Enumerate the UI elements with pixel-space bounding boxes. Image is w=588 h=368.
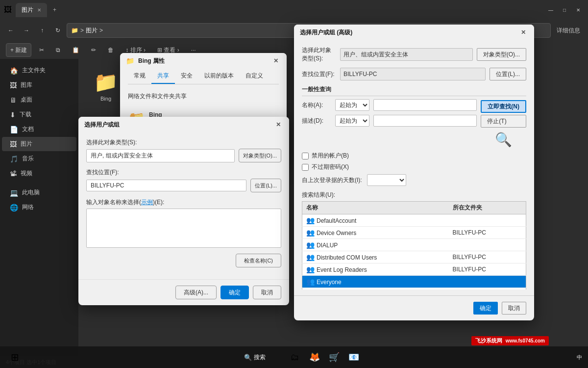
paste-btn[interactable]: 📋 — [68, 43, 83, 57]
delete-btn[interactable]: 🗑 — [104, 43, 118, 57]
tab-add-btn[interactable]: + — [49, 3, 60, 16]
sidebar-item-network[interactable]: 🌐 网络 — [2, 200, 76, 214]
bing-dialog-close-btn[interactable]: ✕ — [271, 56, 281, 66]
table-row[interactable]: 👥Device Owners BILLYFU-PC — [302, 227, 526, 239]
disabled-accounts-checkbox[interactable] — [302, 153, 309, 159]
tab-pictures[interactable]: 图片 ✕ — [16, 3, 47, 17]
adv-cancel-btn[interactable]: 取消 — [502, 302, 526, 315]
find-now-btn[interactable]: 立即查找(N) — [481, 100, 526, 113]
tab-general[interactable]: 常规 — [128, 69, 151, 84]
tab-security[interactable]: 安全 — [175, 69, 198, 84]
adv-obj-type-input[interactable] — [340, 48, 473, 61]
table-row[interactable]: 👥DefaultAccount — [302, 214, 526, 227]
location-row: 查找位置(F): BILLYFU-PC 位置(L)... — [86, 168, 281, 192]
adv-obj-type-btn[interactable]: 对象类型(O)... — [477, 48, 526, 61]
taskbar-browser-btn[interactable]: 🦊 — [306, 348, 323, 366]
sidebar-item-downloads[interactable]: ⬇ 下载 — [2, 107, 76, 122]
adv-location-input[interactable] — [340, 68, 486, 80]
bing-section-title: 网络文件和文件夹共享 — [128, 92, 279, 101]
sidebar-documents-label: 文档 — [22, 125, 34, 133]
sidebar-item-gallery[interactable]: 🖼 图库 — [2, 78, 76, 92]
up-btn[interactable]: ↑ — [35, 24, 49, 37]
path-icon: 📁 — [71, 27, 78, 34]
back-btn[interactable]: ← — [4, 24, 18, 37]
start-icon: ⊞ — [11, 351, 19, 363]
watermark: 飞沙系统网 www.fs0745.com — [471, 336, 549, 345]
watermark-url: www.fs0745.com — [506, 338, 545, 343]
sidebar-item-documents[interactable]: 📄 文档 — [2, 122, 76, 136]
new-btn[interactable]: + 新建 — [6, 43, 31, 57]
new-label: + 新建 — [10, 46, 27, 54]
advanced-dialog-close-btn[interactable]: ✕ — [518, 27, 528, 37]
advanced-btn[interactable]: 高级(A)... — [175, 286, 217, 299]
advanced-select-dialog: 选择用户或组 (高级) ✕ 选择此对象类型(S): 对象类型(O)... 查找位… — [294, 25, 534, 320]
copy-icon: ⧉ — [56, 47, 60, 53]
adv-ok-btn[interactable]: 确定 — [473, 302, 498, 315]
copy-btn[interactable]: ⧉ — [52, 43, 64, 57]
details-btn[interactable]: 详细信息 — [553, 24, 584, 37]
select-user-content: 选择此对象类型(S): 用户, 组或内置安全主体 对象类型(O)... 查找位置… — [78, 132, 289, 279]
close-btn[interactable]: ✕ — [572, 4, 584, 16]
sidebar-item-thispc[interactable]: 💻 此电脑 — [2, 185, 76, 200]
titlebar: 🖼 图片 ✕ + — □ ✕ — [0, 0, 588, 20]
sidebar-pictures-label: 图片 — [21, 140, 32, 148]
location-btn[interactable]: 位置(L)... — [250, 179, 281, 192]
watermark-text: 飞沙系统网 — [475, 338, 502, 343]
name-query-row: 名称(A): 起始为 — [302, 99, 477, 111]
check-names-btn[interactable]: 检查名称(C) — [236, 254, 281, 267]
sidebar-thispc-label: 此电脑 — [22, 188, 40, 197]
taskbar-mail-btn[interactable]: 📧 — [345, 348, 363, 366]
sidebar-item-desktop[interactable]: 🖥 桌面 — [2, 93, 76, 107]
tab-share[interactable]: 共享 — [151, 69, 175, 84]
forward-btn[interactable]: → — [20, 24, 33, 37]
gallery-icon: 🖼 — [10, 81, 17, 89]
desc-query-select[interactable]: 起始为 — [335, 115, 369, 127]
small-cancel-btn[interactable]: 取消 — [253, 286, 281, 299]
name-query-input[interactable] — [373, 99, 477, 111]
taskbar-files-btn[interactable]: 🗂 — [286, 348, 304, 366]
name-query-select[interactable]: 起始为 — [335, 99, 369, 111]
minimize-btn[interactable]: — — [545, 4, 557, 16]
obj-type-value: 用户, 组或内置安全主体 — [86, 149, 235, 162]
small-ok-btn[interactable]: 确定 — [220, 286, 249, 299]
refresh-btn[interactable]: ↻ — [51, 24, 65, 37]
tab-prev-versions[interactable]: 以前的版本 — [198, 69, 240, 84]
rename-btn[interactable]: ✏ — [87, 43, 100, 57]
select-user-close-btn[interactable]: ✕ — [273, 120, 283, 130]
table-row[interactable]: 👥Distributed COM Users BILLYFU-PC — [302, 251, 526, 263]
no-expire-pwd-checkbox[interactable] — [302, 164, 309, 171]
table-row[interactable]: 👥Event Log Readers BILLYFU-PC — [302, 263, 526, 276]
file-item-bing[interactable]: 📁 Bing — [86, 67, 125, 105]
cut-btn[interactable]: ✂ — [35, 43, 48, 57]
taskbar-right: 中 — [577, 354, 582, 361]
tab-custom[interactable]: 自定义 — [240, 69, 269, 84]
sidebar-item-pictures[interactable]: 🖼 图片 — [2, 137, 76, 151]
search-taskbar-btn[interactable]: 🔍 搜索 — [225, 348, 284, 366]
delete-icon: 🗑 — [108, 47, 114, 53]
name-input[interactable] — [86, 209, 281, 248]
sidebar-item-home[interactable]: 🏠 主文件夹 — [2, 63, 76, 78]
maximize-btn[interactable]: □ — [559, 4, 570, 16]
table-row[interactable]: 👥Everyone — [302, 276, 526, 288]
obj-type-btn[interactable]: 对象类型(O)... — [239, 149, 281, 162]
sidebar-home-label: 主文件夹 — [22, 66, 46, 75]
sidebar-item-music[interactable]: 🎵 音乐 — [2, 152, 76, 166]
desc-query-input[interactable] — [373, 115, 477, 127]
sidebar-videos-label: 视频 — [21, 169, 32, 178]
enter-name-row: 输入对象名称来选择(示例)(E): 检查名称(C) — [86, 198, 281, 267]
taskbar-store-btn[interactable]: 🛒 — [325, 348, 343, 366]
sidebar-item-videos[interactable]: 📽 视频 — [2, 166, 76, 181]
start-btn[interactable]: ⊞ — [6, 348, 24, 366]
sidebar-network-label: 网络 — [22, 203, 34, 211]
adv-location-btn[interactable]: 位置(L)... — [490, 68, 526, 80]
table-row[interactable]: 👥DIALUP — [302, 239, 526, 251]
taskbar-mail-icon: 📧 — [348, 352, 359, 363]
music-icon: 🎵 — [10, 155, 18, 163]
days-select[interactable] — [367, 174, 406, 186]
table-row[interactable]: 👥Guest BILLYFU-PC — [302, 288, 526, 290]
stop-btn[interactable]: 停止(T) — [481, 115, 526, 128]
example-link[interactable]: 示例 — [141, 199, 153, 206]
tab-close-btn[interactable]: ✕ — [37, 7, 41, 13]
paste-icon: 📋 — [72, 47, 79, 53]
taskbar-store-icon: 🛒 — [329, 352, 340, 363]
